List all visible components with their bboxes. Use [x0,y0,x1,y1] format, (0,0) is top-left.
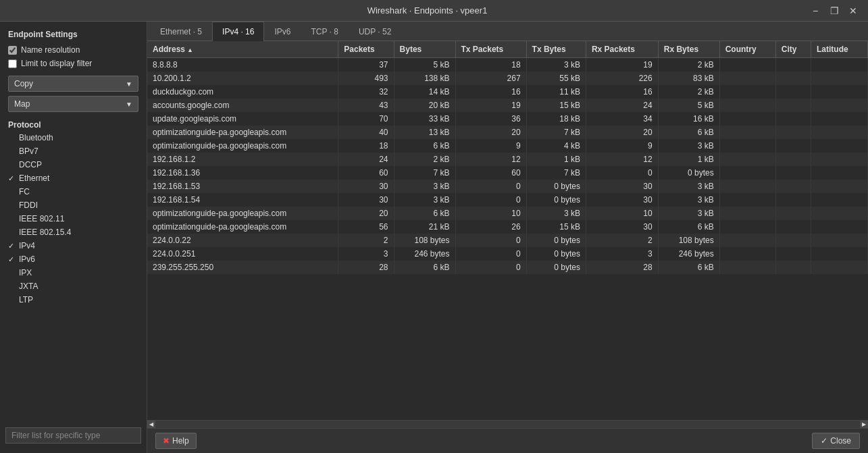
help-button[interactable]: ✖ Help [155,433,197,449]
col-header-tx-packets[interactable]: Tx Packets [455,41,526,58]
protocol-item-ltp[interactable]: LTP [0,293,147,307]
table-row[interactable]: 192.168.1.53303 kB00 bytes303 kB [147,180,868,193]
protocol-item-ethernet[interactable]: ✓Ethernet [0,171,147,185]
table-cell [811,126,868,139]
table-row[interactable]: duckduckgo.com3214 kB1611 kB162 kB [147,85,868,99]
table-cell [811,99,868,112]
table-cell [719,99,775,112]
table-cell: 0 bytes [658,166,719,180]
col-header-rx-packets[interactable]: Rx Packets [586,41,658,58]
table-cell: 3 kB [658,207,719,220]
table-row[interactable]: optimizationguide-pa.googleapis.com186 k… [147,139,868,153]
table-cell: 37 [338,58,394,72]
scroll-left-button[interactable]: ◀ [147,421,155,429]
table-row[interactable]: 224.0.0.222108 bytes00 bytes2108 bytes [147,234,868,247]
scroll-right-button[interactable]: ▶ [860,421,868,429]
table-row[interactable]: optimizationguide-pa.googleapis.com5621 … [147,220,868,234]
limit-display-filter-checkbox[interactable]: Limit to display filter [0,57,147,70]
table-row[interactable]: 10.200.1.2493138 kB26755 kB22683 kB [147,72,868,85]
table-cell [719,112,775,126]
table-row[interactable]: 239.255.255.250286 kB00 bytes286 kB [147,261,868,274]
col-header-latitude[interactable]: Latitude [811,41,868,58]
protocol-item-ieee-802.11[interactable]: IEEE 802.11 [0,212,147,225]
copy-button[interactable]: Copy ▼ [8,76,138,92]
table-cell: 3 kB [526,58,586,72]
table-cell [775,234,811,247]
table-row[interactable]: accounts.google.com4320 kB1915 kB245 kB [147,99,868,112]
tab-1[interactable]: IPv4 · 16 [212,22,264,41]
col-header-city[interactable]: City [775,41,811,58]
main-container: Endpoint Settings Name resolution Limit … [0,22,868,453]
scrollbar-track[interactable] [155,421,860,429]
table-cell: 6 kB [658,220,719,234]
table-row[interactable]: 192.168.1.36607 kB607 kB00 bytes [147,166,868,180]
table-row[interactable]: 8.8.8.8375 kB183 kB192 kB [147,58,868,72]
protocol-item-fddi[interactable]: FDDI [0,198,147,212]
protocol-item-fc[interactable]: FC [0,185,147,198]
window-close-button[interactable]: ✕ [845,3,861,19]
table-cell: 0 bytes [526,234,586,247]
protocol-item-bluetooth[interactable]: Bluetooth [0,131,147,144]
table-cell: 30 [586,180,658,193]
name-resolution-label: Name resolution [21,45,80,55]
table-cell: 4 kB [526,139,586,153]
table-cell: 0 [455,247,526,261]
table-row[interactable]: optimizationguide-pa.googleapis.com206 k… [147,207,868,220]
filter-input[interactable] [5,427,141,444]
table-cell: 10 [586,207,658,220]
table-cell: 30 [586,193,658,207]
protocol-item-bpv7[interactable]: BPv7 [0,144,147,158]
table-cell: 28 [586,261,658,274]
table-cell: optimizationguide-pa.googleapis.com [147,139,338,153]
protocol-name: IPv6 [19,255,35,264]
name-resolution-input[interactable] [8,46,17,55]
close-button[interactable]: ✓ Close [812,433,860,449]
protocol-item-dccp[interactable]: DCCP [0,158,147,171]
table-cell [775,207,811,220]
table-cell: 0 bytes [526,261,586,274]
limit-display-filter-input[interactable] [8,59,17,68]
table-row[interactable]: update.googleapis.com7033 kB3618 kB3416 … [147,112,868,126]
col-header-bytes[interactable]: Bytes [394,41,455,58]
protocol-item-ipv6[interactable]: ✓IPv6 [0,252,147,266]
name-resolution-checkbox[interactable]: Name resolution [0,43,147,57]
table-container[interactable]: Address▲PacketsBytesTx PacketsTx BytesRx… [147,41,868,420]
tab-3[interactable]: TCP · 8 [301,22,348,41]
protocol-item-ipx[interactable]: IPX [0,266,147,279]
table-row[interactable]: 192.168.1.54303 kB00 bytes303 kB [147,193,868,207]
restore-button[interactable]: ❐ [826,3,842,19]
protocol-check: ✓ [8,242,19,250]
table-cell: 15 kB [526,220,586,234]
protocol-item-ieee-802.15.4[interactable]: IEEE 802.15.4 [0,225,147,239]
table-cell: 20 [586,126,658,139]
table-cell: 224.0.0.251 [147,247,338,261]
tab-0[interactable]: Ethernet · 5 [150,22,212,41]
tab-4[interactable]: UDP · 52 [349,22,401,41]
table-cell: duckduckgo.com [147,85,338,99]
table-row[interactable]: optimizationguide-pa.googleapis.com4013 … [147,126,868,139]
col-header-tx-bytes[interactable]: Tx Bytes [526,41,586,58]
col-header-address[interactable]: Address▲ [147,41,338,58]
left-panel: Endpoint Settings Name resolution Limit … [0,22,147,453]
col-header-packets[interactable]: Packets [338,41,394,58]
table-row[interactable]: 224.0.0.2513246 bytes00 bytes3246 bytes [147,247,868,261]
protocol-name: FDDI [19,201,38,210]
table-cell: 224.0.0.22 [147,234,338,247]
table-cell: 2 [338,234,394,247]
table-row[interactable]: 192.168.1.2242 kB121 kB121 kB [147,153,868,166]
col-header-rx-bytes[interactable]: Rx Bytes [658,41,719,58]
table-cell: 3 kB [658,139,719,153]
table-cell: accounts.google.com [147,99,338,112]
table-cell: 20 kB [394,99,455,112]
table-cell: 0 bytes [526,180,586,193]
protocol-item-ipv4[interactable]: ✓IPv4 [0,239,147,252]
protocol-item-jxta[interactable]: JXTA [0,279,147,293]
table-cell: 108 bytes [394,234,455,247]
map-button[interactable]: Map ▼ [8,96,138,112]
minimize-button[interactable]: − [807,3,823,19]
table-cell: 12 [586,153,658,166]
tab-2[interactable]: IPv6 [264,22,301,41]
table-cell: 8.8.8.8 [147,58,338,72]
col-header-country[interactable]: Country [719,41,775,58]
sort-arrow: ▲ [187,47,193,53]
